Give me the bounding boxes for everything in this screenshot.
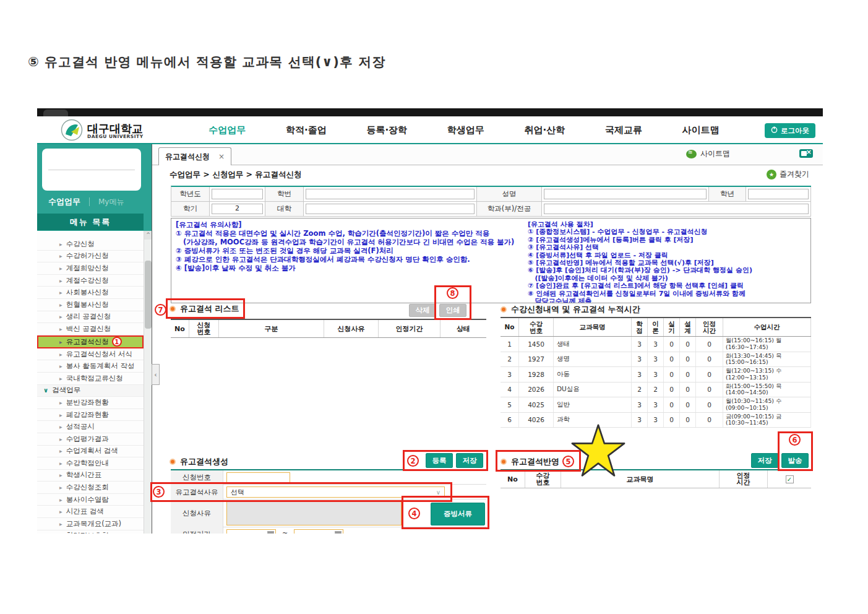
top-navigation: 수업업무학적·졸업등록·장학학생업무취업·산학국제교류사이트맵 <box>189 116 739 144</box>
sidebar-menu-item[interactable]: 취업정보추천 <box>37 530 144 534</box>
sidebar-menu-label: 국내학점교류신청 <box>66 374 123 383</box>
semester-input[interactable]: 2 <box>212 204 263 214</box>
sidebar-menu-item[interactable]: 계절희망신청 <box>37 262 144 275</box>
sidebar-section-search[interactable]: ∨ 검색업무 <box>37 385 144 397</box>
print-button[interactable]: 인쇄 <box>439 304 466 317</box>
close-all-tabs-icon[interactable] <box>799 149 813 158</box>
calendar-icon[interactable] <box>335 531 342 534</box>
sidebar-section-label: 검색업무 <box>52 386 80 395</box>
period-end-input[interactable] <box>294 529 343 534</box>
grade-input[interactable] <box>748 189 809 199</box>
dept-input[interactable] <box>544 204 809 214</box>
sidebar-menu-item[interactable]: 사회봉사신청 <box>37 287 144 299</box>
university-logo[interactable]: 대구대학교 DAEGU UNIVERSITY <box>61 119 144 144</box>
enrollment-row[interactable]: 4 2026 DU실용 2 2 0 0 0 화(15:00~15:50) 목(1… <box>501 383 811 398</box>
sidebar-menu-item[interactable]: 수강학점안내 <box>37 457 144 470</box>
sidebar-menu-item[interactable]: 유고결석신청서 서식 <box>37 348 144 361</box>
logout-label: 로그아웃 <box>781 126 809 136</box>
logout-button[interactable]: 로그아웃 <box>765 123 815 138</box>
sidebar-menu-item[interactable]: 수강신청조회 <box>37 482 144 494</box>
enrollment-row[interactable]: 3 1928 아동 3 3 0 0 0 월(12:00~13:15) 수(12:… <box>501 367 811 383</box>
sidebar-menu-label: 수강학점안내 <box>66 459 109 468</box>
studentno-input[interactable] <box>306 189 475 199</box>
sidebar-menu-item[interactable]: 헌혈봉사신청 <box>37 299 144 311</box>
sidebar-menu-item[interactable]: 학생시간표 <box>37 470 144 482</box>
notice-line: ⑦ [승인]완료 후 [유고결석 리스트]에서 해당 항목 선택후 [인쇄] 클… <box>528 282 809 290</box>
register-button[interactable]: 등록 <box>426 453 453 468</box>
cell-theory: 3 <box>648 367 664 382</box>
breadcrumb-row: 수업업무 > 신청업무 > 유고결석신청 ★ 즐겨찾기 <box>152 165 823 183</box>
cell-lab: 0 <box>664 383 680 397</box>
name-input[interactable] <box>544 189 707 199</box>
sidebar-item-absence-apply[interactable]: 유고결석신청 1 <box>37 335 144 348</box>
sidebar-menu-item[interactable]: 수업계획서 검색 <box>37 446 144 458</box>
college-input[interactable] <box>306 204 475 214</box>
select-all-checkbox[interactable]: ✓ <box>786 475 794 483</box>
apply-save-button[interactable]: 저장 <box>751 453 778 468</box>
top-nav-item[interactable]: 등록·장학 <box>366 124 407 136</box>
sidebar-menu-item[interactable]: 폐강강좌현황 <box>37 409 144 422</box>
send-button[interactable]: 발송 <box>781 453 809 468</box>
cell-no: 5 <box>501 397 519 412</box>
sidebar-scrollbar[interactable]: ^ <box>144 231 152 534</box>
top-nav-item[interactable]: 사이트맵 <box>682 124 720 136</box>
evidence-button[interactable]: 증빙서류 <box>431 503 485 525</box>
sidebar-menu-item[interactable]: 봉사 활동계획서 작성 <box>37 360 144 373</box>
cell-hours: 0 <box>696 337 723 352</box>
cell-class-time: 월(15:00~16:15) 월(16:30~17:45) <box>723 337 811 352</box>
delete-button[interactable]: 삭제 <box>409 304 436 317</box>
absence-apply-table: No 수강 번호 교과목명 인정 시간 ✓ <box>501 470 811 488</box>
favorite-button[interactable]: ★ 즐겨찾기 <box>767 169 809 179</box>
cell-credit: 3 <box>632 413 648 428</box>
calendar-icon[interactable] <box>267 531 274 534</box>
enrollment-row[interactable]: 5 4025 일반 3 3 0 0 0 월(10:30~11:45) 수(09:… <box>501 397 811 413</box>
sidebar-menu-item[interactable]: 백신 공결신청 <box>37 323 144 335</box>
cell-lab: 0 <box>664 352 680 367</box>
sidebar-menu-item[interactable]: 생리 공결신청 <box>37 311 144 324</box>
column-header: 수강 번호 <box>525 470 561 488</box>
period-start-input[interactable] <box>226 529 276 534</box>
sidebar-menu-label: 수업계획서 검색 <box>66 446 118 456</box>
sidebar-menu-label: 학생시간표 <box>66 470 102 480</box>
column-header: 상태 <box>440 320 486 337</box>
top-nav-item[interactable]: 국제교류 <box>605 124 642 136</box>
sidebar-menu-item[interactable]: 수강신청 <box>37 238 144 251</box>
sidebar-tab-mymenu[interactable]: My메뉴 <box>98 197 124 207</box>
sidebar-tab-main[interactable]: 수업업무 <box>48 196 80 207</box>
top-nav-item[interactable]: 수업업무 <box>208 124 246 136</box>
enrollment-row[interactable]: 2 1927 생명 3 3 0 0 0 화(13:30~14:45) 목(15:… <box>501 352 811 368</box>
tab-absence-apply[interactable]: 유고결석신청 × <box>158 147 231 165</box>
sidebar-collapse-handle[interactable]: ‹ <box>152 364 160 385</box>
reason-type-select[interactable]: 선택 ∨ <box>226 486 445 498</box>
sidebar-menu-item[interactable]: 분반강좌현황 <box>37 397 144 409</box>
sidebar-menu-item[interactable]: 교과목개요(교과) <box>37 518 144 530</box>
enrollment-row[interactable]: 6 4026 과학 3 3 0 0 0 금(09:00~10:15) 금(10:… <box>501 413 811 428</box>
column-header: 인정 시간 <box>696 318 723 336</box>
top-nav-item[interactable]: 취업·산학 <box>525 124 565 136</box>
sidebar-menu-item[interactable]: 수강허가신청 <box>37 251 144 263</box>
sidebar-menu-item[interactable]: 봉사이수열람 <box>37 494 144 506</box>
sidebar-menu-item[interactable]: 수업평가결과 <box>37 433 144 446</box>
notice-line: ③ 폐강으로 인한 유고결석은 단과대학행정실에서 폐강과목 수강신청자 명단 … <box>176 256 522 264</box>
sidebar-menu-item[interactable]: 국내학점교류신청 <box>37 373 144 385</box>
sidebar-menu-item[interactable]: 계절수강신청 <box>37 275 144 287</box>
top-nav-item[interactable]: 학생업무 <box>447 124 484 136</box>
cell-hours: 0 <box>696 397 723 412</box>
sidebar-menu-item[interactable]: 성적공시 <box>37 421 144 433</box>
close-icon[interactable]: × <box>218 152 225 161</box>
sidebar-menu-label: 봉사이수열람 <box>66 495 109 504</box>
year-input[interactable] <box>212 189 263 199</box>
sitemap-link[interactable]: 사이트맵 <box>686 149 730 159</box>
cell-code: 2026 <box>519 383 554 397</box>
column-header: 학 점 <box>632 318 648 336</box>
sidebar-menu-label: 백신 공결신청 <box>66 324 111 334</box>
sidebar-menu-item[interactable]: 시간표 검색 <box>37 506 144 518</box>
cell-design: 0 <box>680 413 696 428</box>
apply-no-input[interactable] <box>226 472 290 483</box>
scrollbar-thumb[interactable] <box>145 261 152 329</box>
reason-textarea[interactable] <box>226 501 402 525</box>
top-nav-item[interactable]: 학적·졸업 <box>286 124 327 136</box>
enrollment-row[interactable]: 1 1450 생태 3 3 0 0 0 월(15:00~16:15) 월(16:… <box>501 337 811 352</box>
create-save-button[interactable]: 저장 <box>456 453 483 468</box>
sidebar-menu-label: 생리 공결신청 <box>66 312 111 321</box>
